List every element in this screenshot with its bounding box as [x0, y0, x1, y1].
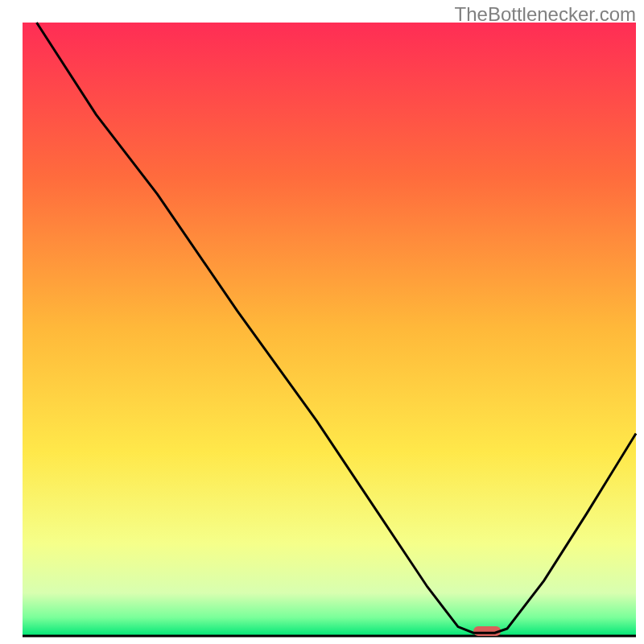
watermark-text: TheBottlenecker.com	[455, 3, 636, 26]
bottleneck-chart: TheBottlenecker.com	[0, 0, 644, 644]
chart-svg	[0, 0, 644, 644]
plot-background	[23, 23, 636, 636]
